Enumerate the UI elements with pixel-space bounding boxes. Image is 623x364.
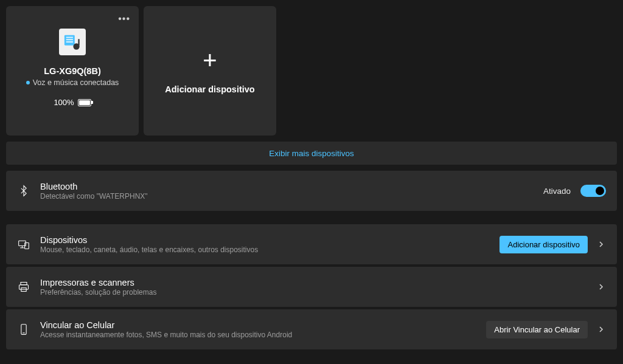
devices-subtitle: Mouse, teclado, caneta, áudio, telas e e… <box>40 246 490 254</box>
chevron-right-icon <box>597 240 606 249</box>
phone-link-title: Vincular ao Celular <box>40 320 476 330</box>
printers-text: Impressoras e scanners Preferências, sol… <box>40 278 588 297</box>
show-more-devices[interactable]: Exibir mais dispositivos <box>6 142 617 165</box>
plus-icon: + <box>203 48 217 72</box>
devices-text: Dispositivos Mouse, teclado, caneta, áud… <box>40 235 490 254</box>
add-device-button[interactable]: Adicionar dispositivo <box>499 236 588 253</box>
bluetooth-icon <box>17 184 30 197</box>
svg-rect-11 <box>19 285 29 290</box>
add-device-card[interactable]: + Adicionar dispositivo <box>144 6 276 136</box>
bluetooth-toggle[interactable] <box>580 185 606 197</box>
devices-row[interactable]: Dispositivos Mouse, teclado, caneta, áud… <box>6 224 617 264</box>
devices-icon <box>17 238 30 251</box>
chevron-right-icon <box>597 325 606 334</box>
bluetooth-title: Bluetooth <box>40 182 534 191</box>
printers-subtitle: Preferências, solução de problemas <box>40 288 588 297</box>
svg-rect-10 <box>21 283 27 285</box>
more-icon[interactable]: ••• <box>118 13 130 24</box>
device-status: Voz e música conectadas <box>26 78 119 87</box>
status-dot-icon <box>26 81 30 84</box>
svg-rect-1 <box>66 37 73 38</box>
phone-link-text: Vincular ao Celular Acesse instantaneame… <box>40 320 476 339</box>
devices-title: Dispositivos <box>40 235 490 245</box>
svg-rect-3 <box>66 41 73 43</box>
bluetooth-state-label: Ativado <box>543 187 571 196</box>
battery-percent: 100% <box>54 98 74 107</box>
device-name: LG-XG9Q(8B) <box>44 66 100 76</box>
paired-device-card[interactable]: ••• LG-XG9Q(8B) Voz e música conectadas … <box>6 6 139 136</box>
media-icon <box>59 29 86 55</box>
phone-link-subtitle: Acesse instantaneamente fotos, SMS e mui… <box>40 331 476 339</box>
show-more-label: Exibir mais dispositivos <box>269 149 354 158</box>
phone-icon <box>17 323 30 336</box>
svg-rect-5 <box>78 39 79 45</box>
status-text: Voz e música conectadas <box>33 78 119 87</box>
add-device-label: Adicionar dispositivo <box>165 84 254 94</box>
device-cards: ••• LG-XG9Q(8B) Voz e música conectadas … <box>6 6 617 136</box>
battery-icon <box>78 99 91 106</box>
battery-status: 100% <box>54 98 91 107</box>
printers-row[interactable]: Impressoras e scanners Preferências, sol… <box>6 267 617 307</box>
bluetooth-subtitle: Detectável como "WATERPHNX" <box>40 192 534 201</box>
phone-link-row[interactable]: Vincular ao Celular Acesse instantaneame… <box>6 309 617 349</box>
open-phone-link-button[interactable]: Abrir Vincular ao Celular <box>486 321 588 338</box>
bluetooth-text: Bluetooth Detectável como "WATERPHNX" <box>40 182 534 201</box>
svg-rect-2 <box>66 39 73 40</box>
chevron-right-icon <box>597 283 606 291</box>
printers-title: Impressoras e scanners <box>40 278 588 287</box>
printer-icon <box>17 280 30 294</box>
bluetooth-row[interactable]: Bluetooth Detectável como "WATERPHNX" At… <box>6 171 617 211</box>
